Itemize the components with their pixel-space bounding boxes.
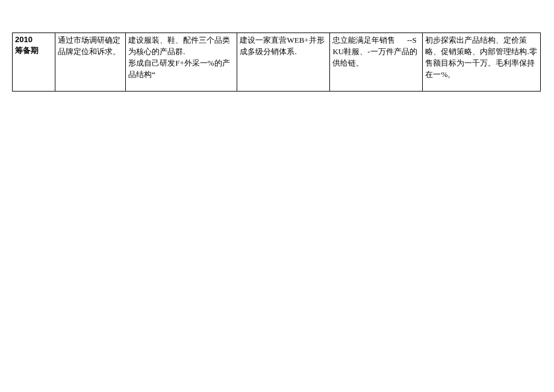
cell-c3: 建设一家直营WEB+并形成多级分销体系. — [237, 33, 330, 92]
cell-c2: 建设服装、鞋、配件三个品类为核心的产品群. 形成自己研发F+外采一%的产品结构“ — [126, 33, 237, 92]
text-c4: 忠立能满足年销售 --SKU鞋服、-一万件产品的供给链。 — [332, 36, 417, 67]
cell-c4: 忠立能满足年销售 --SKU鞋服、-一万件产品的供给链。 — [330, 33, 423, 92]
text-c5: 初步探索出产品结构、定价策略、促销策略、内部管理结构.零售额目标为一千万。毛利率… — [425, 36, 537, 79]
cell-c1: 通过市场调研确定品牌定位和诉求。 — [55, 33, 126, 92]
text-c3: 建设一家直营WEB+并形成多级分销体系. — [240, 36, 324, 56]
cell-period: 2010 筹备期 — [13, 33, 55, 92]
period-phase: 筹备期 — [15, 45, 53, 57]
period-year: 2010 — [15, 35, 53, 45]
cell-c5: 初步探索出产品结构、定价策略、促销策略、内部管理结构.零售额目标为一千万。毛利率… — [423, 33, 541, 92]
plan-table: 2010 筹备期 通过市场调研确定品牌定位和诉求。 建设服装、鞋、配件三个品类为… — [12, 33, 541, 92]
text-c1: 通过市场调研确定品牌定位和诉求。 — [58, 36, 120, 56]
table-row: 2010 筹备期 通过市场调研确定品牌定位和诉求。 建设服装、鞋、配件三个品类为… — [13, 33, 541, 92]
text-c2-line2: 形成自己研发F+外采一%的产品结构“ — [128, 58, 229, 79]
text-c2-line1: 建设服装、鞋、配件三个品类为核心的产品群. — [128, 36, 230, 56]
